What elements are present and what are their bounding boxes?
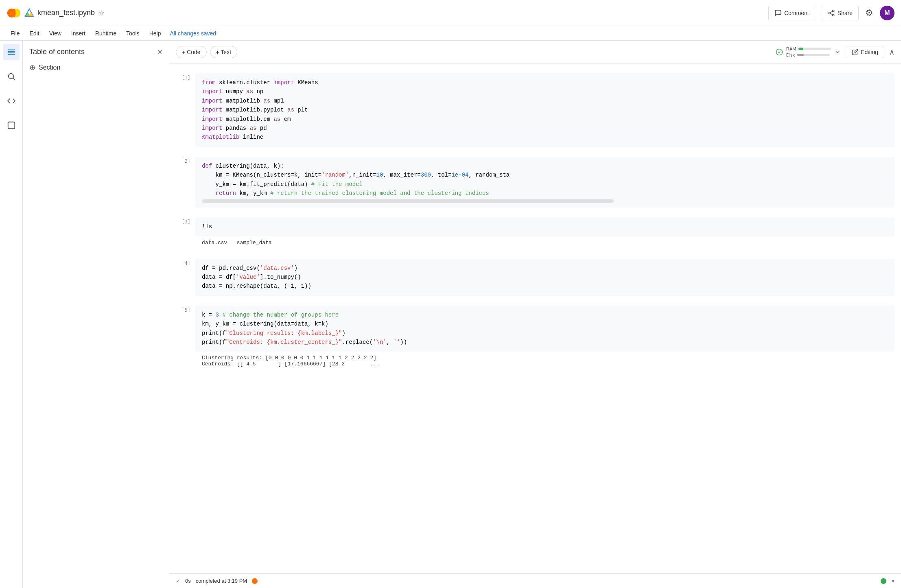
time-label: 0s — [185, 578, 191, 584]
toc-close-button[interactable]: × — [157, 47, 162, 57]
toolbar-right: RAM Disk — [776, 46, 894, 58]
svg-point-2 — [12, 9, 16, 17]
notebook-area: + Code + Text RAM — [169, 41, 901, 588]
cell-2-number: [2] — [176, 158, 190, 164]
cell-4-content[interactable]: df = pd.read_csv('data.csv') data = df['… — [195, 259, 894, 296]
add-code-button[interactable]: + Code — [176, 46, 207, 58]
svg-point-7 — [829, 12, 831, 14]
cell-1-number: [1] — [176, 75, 190, 81]
cell-3-wrapper: !ls data.csv sample_data — [195, 217, 894, 249]
save-status: All changes saved — [170, 30, 216, 37]
comment-button[interactable]: Comment — [768, 6, 815, 20]
ram-disk-section: RAM Disk — [776, 46, 841, 57]
disk-progress-fill — [797, 54, 804, 56]
cell-4: [4] df = pd.read_csv('data.csv') data = … — [176, 256, 894, 299]
drive-icon — [24, 8, 34, 18]
top-bar: kmean_test.ipynb ☆ Comment Share ⚙ M — [0, 0, 901, 26]
file-title: kmean_test.ipynb — [37, 9, 95, 17]
svg-point-6 — [832, 10, 834, 12]
share-label: Share — [838, 10, 853, 16]
pencil-icon — [852, 49, 858, 55]
logo-area: kmean_test.ipynb ☆ — [7, 6, 105, 20]
main-layout: Table of contents × ⊕ Section + Code + T… — [0, 41, 901, 588]
cell-5-number: [5] — [176, 307, 190, 313]
menu-insert[interactable]: Insert — [67, 28, 90, 38]
settings-icon[interactable]: ⚙ — [865, 8, 873, 18]
menu-help[interactable]: Help — [145, 28, 165, 38]
comment-icon — [774, 9, 782, 17]
collapse-button[interactable]: ∧ — [889, 48, 894, 57]
cell-5: [5] k = 3 # change the number of groups … — [176, 302, 894, 374]
bottom-bar: ✓ 0s completed at 3:19 PM × — [169, 573, 901, 588]
status-dot-green — [881, 578, 886, 584]
menu-file[interactable]: File — [7, 28, 24, 38]
sidebar-code-icon[interactable] — [3, 93, 20, 109]
cell-3-content[interactable]: !ls — [195, 217, 894, 236]
menu-runtime[interactable]: Runtime — [91, 28, 120, 38]
cell-3: [3] !ls data.csv sample_data — [176, 214, 894, 252]
share-button[interactable]: Share — [822, 6, 859, 20]
svg-line-10 — [830, 11, 832, 12]
disk-label: Disk — [786, 52, 795, 57]
cell-5-output: Clustering results: [0 0 0 0 0 0 1 1 1 1… — [195, 352, 894, 370]
menu-tools[interactable]: Tools — [122, 28, 144, 38]
cell-5-content[interactable]: k = 3 # change the number of groups here… — [195, 306, 894, 352]
disk-row: Disk — [786, 52, 831, 57]
editing-label: Editing — [861, 49, 878, 55]
bottom-close-button[interactable]: × — [891, 578, 894, 584]
sidebar-search-icon[interactable] — [3, 68, 20, 85]
toc-header: Table of contents × — [23, 41, 169, 60]
ram-progress-fill — [798, 48, 803, 50]
cell-1-content[interactable]: from sklearn.cluster import KMeans impor… — [195, 73, 894, 147]
notebook-toolbar: + Code + Text RAM — [169, 41, 901, 63]
cells-container[interactable]: [1] from sklearn.cluster import KMeans i… — [169, 63, 901, 573]
svg-point-8 — [832, 14, 834, 16]
cell-3-output: data.csv sample_data — [195, 236, 894, 249]
bottom-check-icon: ✓ — [176, 578, 180, 584]
ram-disk-info: RAM Disk — [786, 46, 831, 57]
cell-2-content[interactable]: def clustering(data, k): km = KMeans(n_c… — [195, 157, 894, 208]
dropdown-icon[interactable] — [834, 49, 841, 55]
completed-label: completed at 3:19 PM — [196, 578, 247, 584]
svg-rect-17 — [8, 122, 15, 129]
svg-line-16 — [13, 78, 15, 80]
left-sidebar — [0, 41, 23, 588]
status-dot-orange — [252, 578, 258, 584]
toc-section-label: Section — [39, 64, 60, 71]
svg-marker-5 — [28, 12, 33, 16]
toc-add-icon: ⊕ — [29, 63, 35, 72]
colab-logo — [7, 6, 21, 20]
toc-title: Table of contents — [29, 48, 85, 56]
sidebar-toc-icon[interactable] — [3, 44, 20, 60]
toc-section-item[interactable]: ⊕ Section — [23, 60, 169, 75]
top-bar-right: Comment Share ⚙ M — [768, 6, 894, 20]
disk-progress-bar — [797, 54, 830, 56]
menu-bar: File Edit View Insert Runtime Tools Help… — [0, 26, 901, 41]
cell-2: [2] def clustering(data, k): km = KMeans… — [176, 153, 894, 211]
svg-point-15 — [8, 74, 13, 79]
avatar[interactable]: M — [880, 6, 894, 20]
add-code-label: + Code — [182, 49, 201, 55]
comment-label: Comment — [784, 10, 809, 16]
toc-panel: Table of contents × ⊕ Section — [23, 41, 169, 588]
add-text-label: + Text — [216, 49, 232, 55]
share-icon — [828, 9, 835, 17]
cell-1: [1] from sklearn.cluster import KMeans i… — [176, 70, 894, 150]
ram-progress-bar — [798, 48, 831, 50]
add-text-button[interactable]: + Text — [210, 46, 238, 58]
menu-edit[interactable]: Edit — [26, 28, 44, 38]
cell-4-number: [4] — [176, 260, 190, 266]
ram-label: RAM — [786, 46, 796, 51]
star-icon[interactable]: ☆ — [98, 9, 105, 17]
cell-3-number: [3] — [176, 219, 190, 225]
svg-line-9 — [830, 13, 832, 15]
sidebar-files-icon[interactable] — [3, 117, 20, 133]
check-circle-icon — [776, 48, 783, 56]
ram-row: RAM — [786, 46, 831, 51]
cell-5-wrapper: k = 3 # change the number of groups here… — [195, 306, 894, 371]
menu-view[interactable]: View — [45, 28, 66, 38]
editing-button[interactable]: Editing — [846, 46, 884, 58]
